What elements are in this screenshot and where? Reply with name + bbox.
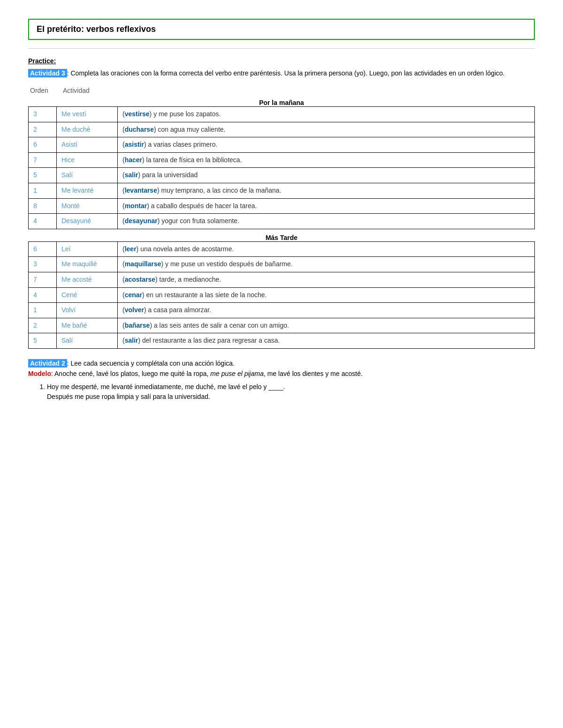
sentence-cell: (asistir) a varias clases primero. xyxy=(118,137,535,153)
actividad-cell: Volví xyxy=(57,303,118,318)
orden-cell: 7 xyxy=(29,272,57,287)
modelo-text2: , me lavé los dientes y me acosté. xyxy=(264,370,363,377)
orden-cell: 5 xyxy=(29,333,57,349)
sentence-cell: (hacer) la tarea de física en la bibliot… xyxy=(118,152,535,168)
table-row: 2 Me bañé (bañarse) a las seis antes de … xyxy=(29,318,535,333)
item1-text: Hoy me desperté, me levanté inmediatamen… xyxy=(47,383,285,390)
orden-cell: 1 xyxy=(29,183,57,198)
modelo-line: Modelo: Anoche cené, lavé los platos, lu… xyxy=(28,368,535,379)
actividad-cell: Me acosté xyxy=(57,272,118,287)
sentence-cell: (levantarse) muy temprano, a las cinco d… xyxy=(118,183,535,198)
table-row: 6 Asistí (asistir) a varias clases prime… xyxy=(29,137,535,153)
verb-highlight: leer xyxy=(125,245,137,253)
sentence-cell: (desayunar) yogur con fruta solamente. xyxy=(118,214,535,229)
verb-highlight: maquillarse xyxy=(125,260,161,268)
orden-cell: 6 xyxy=(29,241,57,257)
table-row: 2 Me duché (ducharse) con agua muy calie… xyxy=(29,122,535,137)
sentence-cell: (salir) del restaurante a las diez para … xyxy=(118,333,535,349)
actividad-cell: Asistí xyxy=(57,137,118,153)
actividad-cell: Cené xyxy=(57,287,118,303)
page-title: El pretérito: verbos reflexivos xyxy=(37,24,156,34)
verb-highlight: cenar xyxy=(125,291,142,299)
table-row: 7 Me acosté (acostarse) tarde, a mediano… xyxy=(29,272,535,287)
orden-cell: 2 xyxy=(29,122,57,137)
orden-cell: 3 xyxy=(29,257,57,272)
actividad-cell: Leí xyxy=(57,241,118,257)
orden-cell: 4 xyxy=(29,214,57,229)
verb-highlight: vestirse xyxy=(125,110,150,118)
column-headers: Orden Actividad xyxy=(28,87,535,94)
table-row: 5 Salí (salir) para la universidad xyxy=(29,168,535,183)
mas-tarde-title: Más Tarde xyxy=(28,234,535,241)
sentence-cell: (montar) a caballo después de hacer la t… xyxy=(118,198,535,214)
actividad2-label: Actividad 2 xyxy=(28,359,67,368)
item1-text2: Después me puse ropa limpia y salí para … xyxy=(47,393,210,400)
orden-cell: 2 xyxy=(29,318,57,333)
orden-cell: 8 xyxy=(29,198,57,214)
sentence-cell: (leer) una novela antes de acostarme. xyxy=(118,241,535,257)
sentence-cell: (acostarse) tarde, a medianoche. xyxy=(118,272,535,287)
actividad-cell: Me vestí xyxy=(57,107,118,122)
col-actividad-header: Actividad xyxy=(63,87,138,94)
table-row: 1 Me levanté (levantarse) muy temprano, … xyxy=(29,183,535,198)
actividad3-instruction: : Completa las oraciones con la forma co… xyxy=(67,69,505,77)
orden-cell: 6 xyxy=(29,137,57,153)
orden-cell: 1 xyxy=(29,303,57,318)
actividad2-instruction: : Lee cada secuencia y complétala con un… xyxy=(67,360,235,367)
sentence-cell: (ducharse) con agua muy caliente. xyxy=(118,122,535,137)
verb-highlight: acostarse xyxy=(125,276,155,283)
actividad-cell: Me levanté xyxy=(57,183,118,198)
actividad2-list: Hoy me desperté, me levanté inmediatamen… xyxy=(47,382,535,402)
table-row: 3 Me vestí (vestirse) y me puse los zapa… xyxy=(29,107,535,122)
table-row: 1 Volví (volver) a casa para almorzar. xyxy=(29,303,535,318)
actividad-cell: Salí xyxy=(57,168,118,183)
sentence-cell: (vestirse) y me puse los zapatos. xyxy=(118,107,535,122)
sentence-cell: (volver) a casa para almorzar. xyxy=(118,303,535,318)
por-la-manana-table: 3 Me vestí (vestirse) y me puse los zapa… xyxy=(28,106,535,229)
table-row: 4 Desayuné (desayunar) yogur con fruta s… xyxy=(29,214,535,229)
actividad-cell: Salí xyxy=(57,333,118,349)
sentence-cell: (maquillarse) y me puse un vestido despu… xyxy=(118,257,535,272)
modelo-text: : Anoche cené, lavé los platos, luego me… xyxy=(51,370,210,377)
por-la-manana-title: Por la mañana xyxy=(28,99,535,106)
page-title-box: El pretérito: verbos reflexivos xyxy=(28,19,535,40)
table-row: 5 Salí (salir) del restaurante a las die… xyxy=(29,333,535,349)
actividad3-label: Actividad 3 xyxy=(28,69,67,77)
verb-highlight: volver xyxy=(125,306,144,314)
actividad-cell: Hice xyxy=(57,152,118,168)
verb-highlight: montar xyxy=(125,202,147,210)
actividad-cell: Me bañé xyxy=(57,318,118,333)
col-orden-header: Orden xyxy=(30,87,63,94)
sentence-cell: (cenar) en un restaurante a las siete de… xyxy=(118,287,535,303)
divider xyxy=(28,48,535,49)
practice-heading: Practice: xyxy=(28,57,535,65)
table-row: 7 Hice (hacer) la tarea de física en la … xyxy=(29,152,535,168)
verb-highlight: salir xyxy=(125,171,138,179)
orden-cell: 5 xyxy=(29,168,57,183)
verb-highlight: ducharse xyxy=(125,126,154,133)
list-item: Hoy me desperté, me levanté inmediatamen… xyxy=(47,382,535,402)
verb-highlight: desayunar xyxy=(125,217,158,225)
verb-highlight: hacer xyxy=(125,156,142,164)
actividad2-section: Actividad 2: Lee cada secuencia y complé… xyxy=(28,358,535,402)
actividad-cell: Monté xyxy=(57,198,118,214)
orden-cell: 4 xyxy=(29,287,57,303)
mas-tarde-table: 6 Leí (leer) una novela antes de acostar… xyxy=(28,241,535,349)
verb-highlight: salir xyxy=(125,337,138,344)
table-row: 4 Cené (cenar) en un restaurante a las s… xyxy=(29,287,535,303)
actividad3-instructions: Actividad 3: Completa las oraciones con … xyxy=(28,68,535,78)
actividad-cell: Me duché xyxy=(57,122,118,137)
table-row: 8 Monté (montar) a caballo después de ha… xyxy=(29,198,535,214)
actividad-cell: Me maquillé xyxy=(57,257,118,272)
verb-highlight: levantarse xyxy=(125,187,157,194)
table-row: 6 Leí (leer) una novela antes de acostar… xyxy=(29,241,535,257)
verb-highlight: asistir xyxy=(125,141,144,148)
modelo-italic: me puse el pijama xyxy=(210,370,264,377)
sentence-cell: (salir) para la universidad xyxy=(118,168,535,183)
modelo-label: Modelo xyxy=(28,370,51,377)
verb-highlight: bañarse xyxy=(125,322,150,329)
actividad-cell: Desayuné xyxy=(57,214,118,229)
orden-cell: 7 xyxy=(29,152,57,168)
table-row: 3 Me maquillé (maquillarse) y me puse un… xyxy=(29,257,535,272)
sentence-cell: (bañarse) a las seis antes de salir a ce… xyxy=(118,318,535,333)
